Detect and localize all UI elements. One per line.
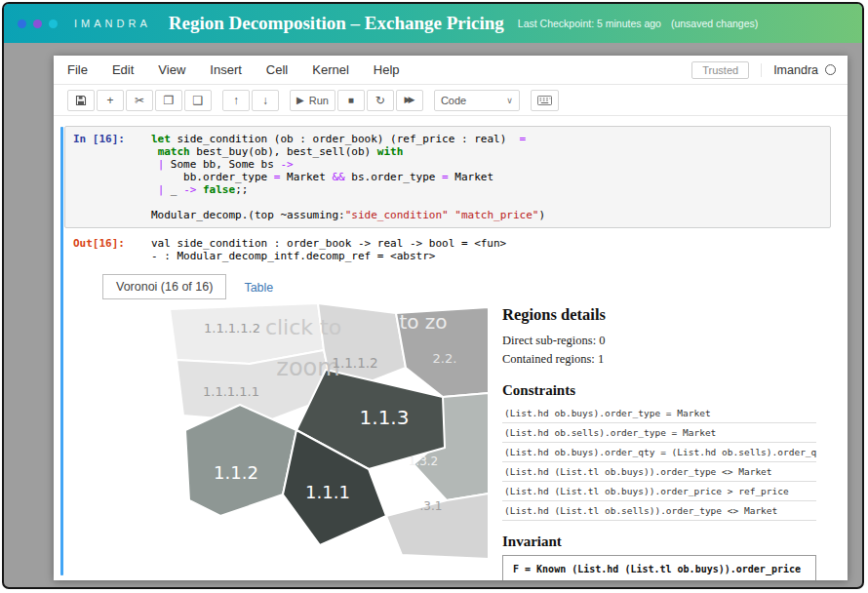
code-line: let side_condition (ob : order_book) (re… [151,133,545,145]
window-dot-blue-icon[interactable] [18,20,26,28]
region-label: 1.1.3 [360,406,410,429]
widget-body: click to zoom to zo 1.1.1.1.2 1.1.1.1.1 … [162,303,831,580]
stop-icon: ■ [348,96,354,105]
menu-item-edit[interactable]: Edit [112,62,134,77]
constraints-list: (List.hd ob.buys).order_type = Market(Li… [502,404,816,521]
plus-icon: + [106,95,113,106]
constraint-row: (List.hd (List.tl ob.sells)).order_type … [502,501,816,521]
restart-icon: ↻ [375,95,385,106]
save-button[interactable] [67,90,95,111]
notebook-toolbar: + ✂ ❐ ❑ ↑ ↓ ▶ Run ■ ↻ ▶▶ Code ∨ [54,85,848,116]
menu-item-cell[interactable]: Cell [266,62,288,77]
move-cell-up-button[interactable]: ↑ [222,90,250,111]
add-cell-button[interactable]: + [97,90,124,111]
code-line: Modular_decomp.(top ~assuming:"side_cond… [151,209,545,221]
decomposition-tabs: Voronoi (16 of 16) Table [102,274,831,299]
constraint-row: (List.hd (List.tl ob.buys)).order_price … [502,482,816,501]
region-details-panel: Regions details Direct sub-regions: 0 Co… [489,303,820,580]
menu-item-insert[interactable]: Insert [210,62,242,77]
scissors-icon: ✂ [135,95,144,106]
code-cell[interactable]: In [16]: let side_condition (ob : order_… [64,126,831,228]
decomposition-widget: Voronoi (16 of 16) Table [64,274,831,580]
code-line: | _ -> false;; [151,183,545,196]
zoom-hint-text: click to [265,315,341,339]
selected-cell-indicator [60,127,63,575]
zoom-hint-text: zoom [276,354,339,381]
notebook-content: In [16]: let side_condition (ob : order_… [54,116,848,580]
stop-button[interactable]: ■ [337,90,365,111]
cut-cell-button[interactable]: ✂ [126,90,153,111]
menu-item-file[interactable]: File [67,62,88,77]
voronoi-region-1-1-2[interactable] [185,405,296,516]
menu-items: FileEditViewInsertCellKernelHelp [67,62,424,77]
run-icon: ▶ [296,96,304,105]
imandra-logo: IMANDRA [74,18,151,29]
window-dot-purple-icon[interactable] [33,20,42,28]
app-window: IMANDRA Region Decomposition – Exchange … [2,2,864,589]
code-editor[interactable]: let side_condition (ob : order_book) (re… [151,133,545,221]
cell-type-value: Code [441,95,466,106]
cell-type-dropdown[interactable]: Code ∨ [434,90,520,111]
fast-forward-icon: ▶▶ [404,96,414,104]
run-button[interactable]: ▶ Run [290,90,335,111]
output-line: - : Modular_decomp_intf.decomp_ref = <ab… [151,250,506,262]
notebook-window: FileEditViewInsertCellKernelHelp Trusted… [54,56,848,580]
tab-table[interactable]: Table [226,276,291,299]
menu-item-view[interactable]: View [158,62,185,77]
region-label: 1.1.1.1.2 [204,321,260,336]
voronoi-diagram[interactable]: click to zoom to zo 1.1.1.1.2 1.1.1.1.1 … [162,303,489,574]
trusted-badge[interactable]: Trusted [691,61,749,79]
paste-icon: ❑ [193,95,204,106]
region-label: .3.1 [420,499,443,513]
output-cell: Out[16]: val side_condition : order_book… [64,237,831,262]
kernel-status-icon [825,64,836,75]
tab-voronoi[interactable]: Voronoi (16 of 16) [102,274,226,299]
direct-subregions-count: Direct sub-regions: 0 [502,332,816,350]
run-label: Run [309,95,329,106]
region-label: 1.1.2 [214,462,258,483]
regions-details-title: Regions details [502,305,816,325]
region-label: 1.1.1.2 [332,355,377,371]
constraint-row: (List.hd ob.buys).order_type = Market [502,404,816,423]
code-line: match best_buy(ob), best_sell(ob) with [151,145,545,158]
constraints-title: Constraints [502,382,816,399]
constraint-row: (List.hd ob.sells).order_type = Market [502,423,816,443]
constraint-row: (List.hd ob.buys).order_qty = (List.hd o… [502,443,816,462]
restart-run-all-button[interactable]: ▶▶ [396,90,423,111]
menu-item-kernel[interactable]: Kernel [312,62,349,77]
input-prompt: In [16]: [73,133,151,221]
copy-cell-button[interactable]: ❐ [155,90,182,111]
invariant-title: Invariant [502,534,816,550]
output-prompt: Out[16]: [73,237,151,262]
region-label: 1.1.1 [305,482,350,502]
unsaved-changes-indicator: (unsaved changes) [671,18,758,29]
restart-kernel-button[interactable]: ↻ [367,90,394,111]
code-line [151,196,545,209]
region-label: 1.3.2 [409,455,439,468]
kernel-indicator: Imandra [761,63,836,77]
chevron-down-icon: ∨ [506,96,513,105]
copy-icon: ❐ [164,95,175,106]
region-label: 2.2. [433,351,457,366]
save-icon [75,95,87,106]
invariant-box: F = Known (List.hd (List.tl ob.buys)).or… [502,555,816,580]
command-palette-button[interactable] [531,90,559,111]
kernel-name: Imandra [773,63,818,77]
paste-cell-button[interactable]: ❑ [184,90,212,111]
code-line: bb.order_type = Market && bs.order_type … [151,171,545,183]
window-dot-cyan-icon[interactable] [49,20,58,28]
code-line: | Some bb, Some bs -> [151,158,545,171]
checkpoint-status: Last Checkpoint: 5 minutes ago [518,18,661,29]
contained-regions-count: Contained regions: 1 [502,350,816,369]
keyboard-icon [537,96,552,105]
arrow-down-icon: ↓ [262,95,268,106]
arrow-up-icon: ↑ [233,95,239,106]
output-text: val side_condition : order_book -> real … [151,237,506,262]
output-line: val side_condition : order_book -> real … [151,237,506,250]
constraint-row: (List.hd (List.tl ob.buys)).order_type <… [502,462,816,482]
page-title: Region Decomposition – Exchange Pricing [169,13,504,34]
menu-item-help[interactable]: Help [374,62,400,77]
zoom-hint-text: to zo [399,310,447,334]
move-cell-down-button[interactable]: ↓ [252,90,279,111]
menu-bar: FileEditViewInsertCellKernelHelp Trusted… [54,56,848,85]
